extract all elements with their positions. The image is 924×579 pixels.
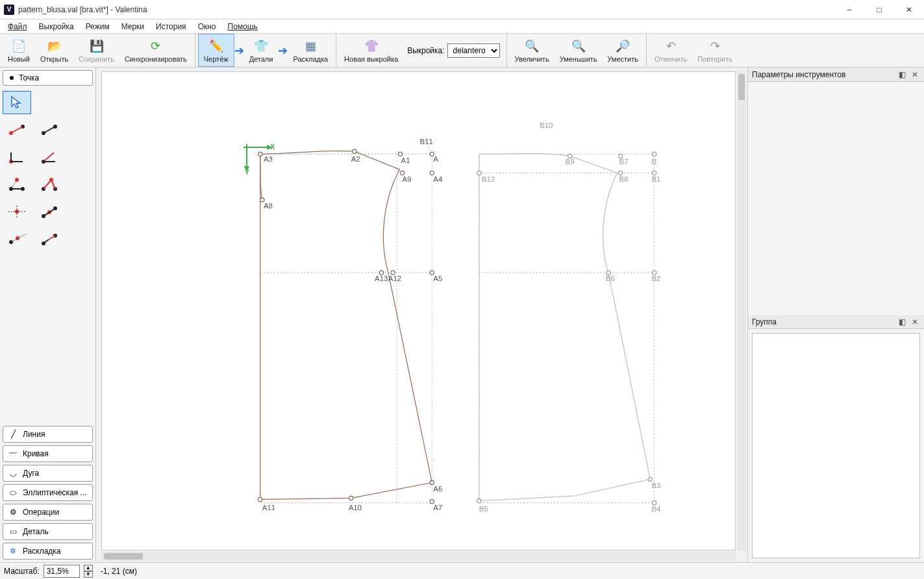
open-folder-icon: 📂 <box>47 38 62 54</box>
zoom-out-button[interactable]: 🔍 Уменьшить <box>555 34 603 67</box>
undock-icon[interactable]: ◧ <box>897 317 907 327</box>
point-tool-2[interactable] <box>35 118 64 142</box>
window-controls: – □ ✕ <box>834 0 924 19</box>
vertical-scrollbar[interactable] <box>737 71 746 550</box>
point-tool-7[interactable] <box>3 200 31 223</box>
menu-help[interactable]: Помощь <box>223 21 263 32</box>
point-tool-4[interactable] <box>35 145 64 169</box>
save-button[interactable]: 💾 Сохранить <box>73 34 119 67</box>
new-pattern-button[interactable]: 👚 Новая выкройка <box>339 34 403 67</box>
category-arc[interactable]: ◡ Дуга <box>3 465 93 482</box>
redo-button[interactable]: ↷ Повторить <box>692 34 738 67</box>
pattern-select[interactable]: delantero <box>447 43 500 58</box>
category-operations[interactable]: ⚙ Операции <box>3 504 93 521</box>
line-endpoint-icon <box>7 123 27 137</box>
svg-line-5 <box>44 127 55 133</box>
open-button[interactable]: 📂 Открыть <box>35 34 73 67</box>
scale-down-button[interactable]: ▼ <box>84 571 93 578</box>
menu-window[interactable]: Окно <box>193 21 221 32</box>
main-area: Точка ╱ Линия 〰 Кривая ◡ <box>0 68 924 562</box>
svg-point-94 <box>648 477 652 481</box>
svg-text:B6: B6 <box>606 275 615 282</box>
svg-text:A6: A6 <box>433 485 442 493</box>
drawing-canvas[interactable]: X Y A3 A2 A1 A <box>101 71 736 550</box>
zoom-fit-button[interactable]: 🔎 Уместить <box>602 34 643 67</box>
svg-text:A7: A7 <box>433 504 442 511</box>
category-curve[interactable]: 〰 Кривая <box>3 445 93 462</box>
close-panel-icon[interactable]: ✕ <box>910 317 920 327</box>
sync-button[interactable]: ⟳ Синхронизировать <box>119 34 192 67</box>
svg-text:A13: A13 <box>375 275 388 282</box>
layout-icon: ✲ <box>8 547 18 556</box>
scale-up-button[interactable]: ▲ <box>84 565 93 571</box>
point-tool-9[interactable] <box>3 227 31 251</box>
svg-text:B11: B11 <box>420 138 433 145</box>
arc-icon: ◡ <box>8 469 18 478</box>
svg-text:B10: B10 <box>540 121 553 129</box>
new-button[interactable]: 📄 Новый <box>3 34 35 67</box>
category-detail[interactable]: ▭ Деталь <box>3 523 93 540</box>
svg-point-50 <box>398 152 402 156</box>
zoom-in-button[interactable]: 🔍 Увеличить <box>510 34 555 67</box>
menu-history[interactable]: История <box>151 21 192 32</box>
svg-point-54 <box>400 171 404 175</box>
svg-point-48 <box>353 149 356 153</box>
layout-mode-button[interactable]: ▦ Раскладка <box>288 34 333 67</box>
save-icon: 💾 <box>89 38 105 54</box>
close-panel-icon[interactable]: ✕ <box>910 69 920 80</box>
svg-point-62 <box>391 271 395 275</box>
menu-mode[interactable]: Режим <box>81 21 115 32</box>
pencil-ruler-icon: ✏️ <box>208 38 224 54</box>
svg-point-92 <box>652 271 656 275</box>
category-point[interactable]: Точка <box>3 70 93 86</box>
cross-dash-icon <box>7 204 27 219</box>
group-list[interactable] <box>752 333 920 558</box>
tool-params-header[interactable]: Параметры инструментов ◧ ✕ <box>748 68 924 82</box>
details-mode-button[interactable]: 👕 Детали <box>244 34 279 67</box>
svg-point-58 <box>260 198 264 202</box>
minimize-button[interactable]: – <box>834 0 864 19</box>
menu-pattern[interactable]: Выкройка <box>34 21 79 32</box>
svg-text:B9: B9 <box>566 158 575 166</box>
category-layout[interactable]: ✲ Раскладка <box>3 543 93 560</box>
titlebar: V pattern_blusa.val [bra.vit*] - Valenti… <box>0 0 924 19</box>
point-tool-3[interactable] <box>3 145 31 169</box>
svg-text:A1: A1 <box>401 156 410 164</box>
arrow-tool[interactable] <box>3 91 31 114</box>
triangle-dash-icon <box>7 177 27 191</box>
scrollbar-thumb[interactable] <box>104 553 143 560</box>
menu-measures[interactable]: Мерки <box>116 21 149 32</box>
draw-mode-button[interactable]: ✏️ Чертёж <box>198 34 234 67</box>
menu-file[interactable]: Файл <box>3 21 32 32</box>
zoom-in-icon: 🔍 <box>524 38 540 54</box>
pattern-select-label: Выкройка: <box>407 46 444 55</box>
maximize-button[interactable]: □ <box>864 0 894 19</box>
svg-text:A4: A4 <box>433 175 442 183</box>
svg-text:A9: A9 <box>403 175 412 183</box>
scale-label: Масштаб: <box>4 567 40 576</box>
angle-line-icon <box>7 150 27 164</box>
scale-spinner[interactable]: ▲ ▼ <box>84 565 93 578</box>
tool-panel: Точка ╱ Линия 〰 Кривая ◡ <box>0 68 96 562</box>
cursor-arrow-icon <box>9 95 25 110</box>
svg-text:A5: A5 <box>433 275 442 282</box>
point-tool-5[interactable] <box>3 173 31 196</box>
scale-input[interactable] <box>44 565 80 578</box>
point-tool-6[interactable] <box>35 173 64 196</box>
undock-icon[interactable]: ◧ <box>897 69 907 80</box>
svg-text:B12: B12 <box>482 175 495 183</box>
category-elliptical[interactable]: ⬭ Эллиптическая ... <box>3 484 93 501</box>
horizontal-scrollbar[interactable] <box>101 552 736 561</box>
point-tools <box>3 88 93 253</box>
category-line[interactable]: ╱ Линия <box>3 426 93 443</box>
point-tool-10[interactable] <box>35 227 64 251</box>
group-header[interactable]: Группа ◧ ✕ <box>748 315 924 329</box>
svg-line-20 <box>44 180 51 189</box>
close-button[interactable]: ✕ <box>894 0 924 19</box>
point-tool-1[interactable] <box>3 118 31 142</box>
svg-point-78 <box>477 171 481 175</box>
point-tool-8[interactable] <box>35 200 64 223</box>
undo-button[interactable]: ↶ Отменить <box>649 34 692 67</box>
redo-icon: ↷ <box>707 38 723 54</box>
scrollbar-thumb[interactable] <box>738 74 745 100</box>
